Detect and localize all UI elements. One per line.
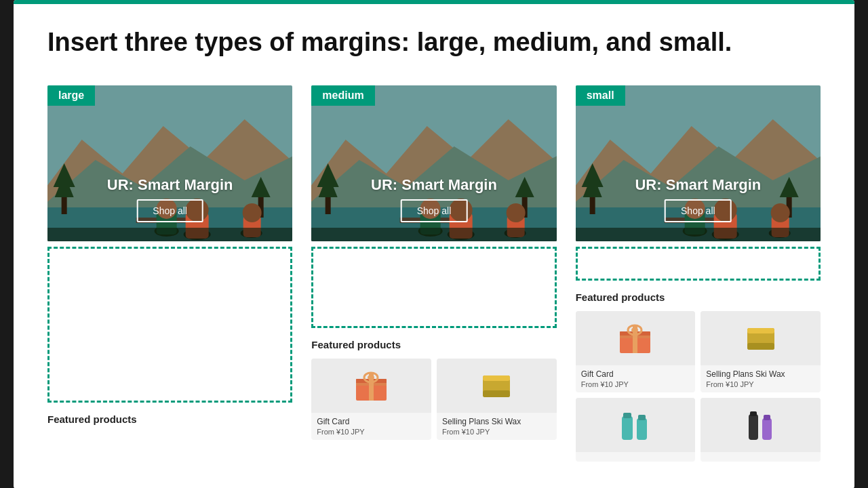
svg-rect-39 bbox=[311, 228, 556, 241]
svg-rect-76 bbox=[747, 328, 774, 333]
product-info: Selling Plans Ski Wax From ¥10 JPY bbox=[437, 413, 557, 440]
svg-rect-43 bbox=[356, 383, 387, 386]
product-image-area bbox=[437, 359, 557, 413]
shop-all-button-medium[interactable]: Shop all bbox=[401, 199, 468, 222]
product-name: Selling Plans Ski Wax bbox=[706, 369, 815, 379]
featured-section-small: Featured products bbox=[576, 286, 821, 462]
product-image-area bbox=[576, 398, 696, 452]
product-card: Gift Card From ¥10 JPY bbox=[576, 311, 696, 392]
product-price: From ¥10 JPY bbox=[581, 380, 690, 388]
product-price: From ¥10 JPY bbox=[706, 380, 815, 388]
product-image-area bbox=[576, 311, 696, 365]
margin-box-medium bbox=[311, 247, 556, 328]
featured-section-medium: Featured products bbox=[311, 333, 556, 440]
product-price: From ¥10 JPY bbox=[317, 428, 426, 436]
svg-rect-82 bbox=[749, 414, 758, 440]
product-info: Gift Card From ¥10 JPY bbox=[576, 365, 696, 392]
svg-point-18 bbox=[243, 203, 262, 222]
hero-title-medium: UR: Smart Margin bbox=[311, 176, 556, 194]
featured-title-medium: Featured products bbox=[311, 339, 556, 350]
svg-point-45 bbox=[368, 375, 374, 380]
badge-large: large bbox=[47, 85, 95, 106]
svg-rect-72 bbox=[620, 336, 650, 338]
products-grid-small: Gift Card From ¥10 JPY bbox=[576, 311, 821, 462]
svg-rect-68 bbox=[576, 228, 821, 241]
product-name: Gift Card bbox=[581, 369, 690, 379]
svg-rect-81 bbox=[638, 415, 646, 420]
product-card bbox=[701, 398, 821, 462]
hero-title-small: UR: Smart Margin bbox=[576, 176, 821, 194]
product-info: Gift Card From ¥10 JPY bbox=[311, 413, 431, 440]
product-info bbox=[701, 452, 821, 462]
card-large: large UR: Smart Margin Shop all Featured… bbox=[47, 85, 292, 433]
slide-title: Insert three types of margins: large, me… bbox=[47, 27, 821, 58]
svg-rect-79 bbox=[623, 413, 631, 418]
svg-point-67 bbox=[770, 203, 789, 222]
card-hero-large: large UR: Smart Margin Shop all bbox=[47, 85, 292, 241]
badge-small: small bbox=[576, 85, 625, 106]
svg-rect-80 bbox=[637, 418, 647, 440]
product-card bbox=[576, 398, 696, 462]
product-card: Selling Plans Ski Wax From ¥10 JPY bbox=[437, 359, 557, 440]
product-image-area bbox=[311, 359, 431, 413]
featured-section-large: Featured products bbox=[47, 408, 292, 425]
svg-rect-47 bbox=[483, 375, 510, 381]
svg-rect-78 bbox=[622, 416, 633, 440]
product-name: Selling Plans Ski Wax bbox=[442, 417, 551, 426]
products-grid-medium: Gift Card From ¥10 JPY bbox=[311, 359, 556, 440]
svg-point-74 bbox=[631, 327, 638, 333]
card-hero-medium: medium UR: Smart Margin Shop all bbox=[311, 85, 556, 241]
margin-box-large bbox=[47, 247, 292, 403]
featured-title-small: Featured products bbox=[576, 291, 821, 303]
shop-all-button-small[interactable]: Shop all bbox=[665, 199, 732, 222]
svg-point-38 bbox=[507, 203, 526, 222]
badge-medium: medium bbox=[311, 85, 374, 106]
margin-box-small bbox=[576, 247, 821, 281]
product-image-area bbox=[701, 311, 821, 365]
product-name: Gift Card bbox=[317, 417, 426, 426]
top-accent bbox=[14, 0, 854, 4]
svg-rect-84 bbox=[762, 418, 772, 440]
card-medium: medium UR: Smart Margin Shop all Feature… bbox=[311, 85, 556, 440]
product-info bbox=[576, 452, 696, 462]
product-price: From ¥10 JPY bbox=[442, 428, 551, 436]
svg-rect-48 bbox=[483, 390, 510, 397]
svg-rect-85 bbox=[764, 415, 770, 420]
product-card: Gift Card From ¥10 JPY bbox=[311, 359, 431, 440]
product-info: Selling Plans Ski Wax From ¥10 JPY bbox=[701, 365, 821, 392]
product-card: Selling Plans Ski Wax From ¥10 JPY bbox=[701, 311, 821, 392]
hero-title-large: UR: Smart Margin bbox=[47, 176, 292, 194]
product-image-area bbox=[701, 398, 821, 452]
card-small: small UR: Smart Margin Shop all Featured… bbox=[576, 85, 821, 462]
svg-rect-19 bbox=[47, 228, 292, 241]
svg-rect-83 bbox=[750, 411, 757, 416]
cards-container: large UR: Smart Margin Shop all Featured… bbox=[47, 85, 821, 462]
shop-all-button-large[interactable]: Shop all bbox=[136, 199, 203, 222]
svg-rect-77 bbox=[747, 343, 774, 350]
card-hero-small: small UR: Smart Margin Shop all bbox=[576, 85, 821, 241]
featured-title-large: Featured products bbox=[47, 413, 292, 425]
slide: Insert three types of margins: large, me… bbox=[14, 0, 854, 488]
